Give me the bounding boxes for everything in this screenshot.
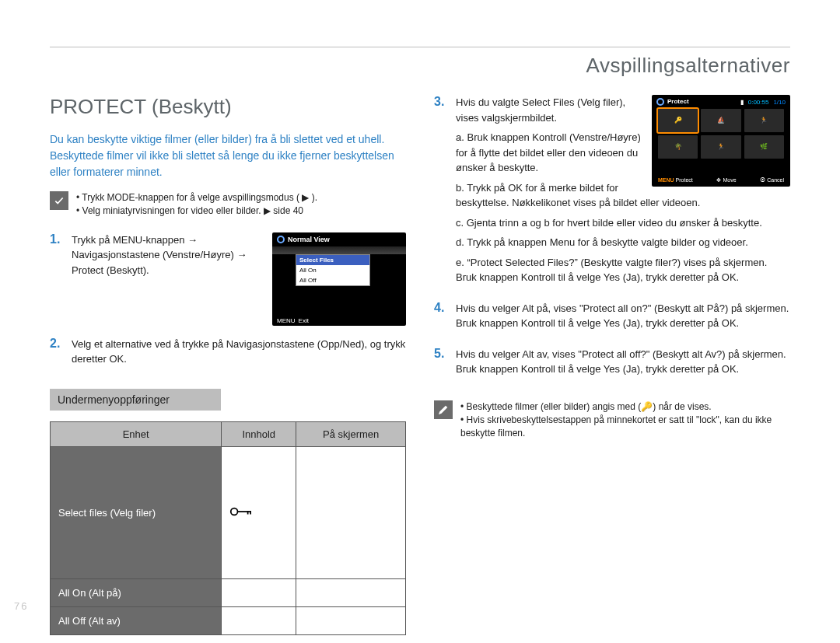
list-item: All Off: [296, 275, 369, 285]
step-4: 4. Hvis du velger Alt på, vises "Protect…: [434, 301, 790, 336]
table-row: All Off (Alt av): [51, 606, 406, 634]
exit-label: Exit: [299, 317, 309, 324]
time-label: 0:00:55: [748, 98, 769, 107]
thumbnail: 🏃: [744, 109, 784, 132]
callout-line: Velg miniatyrvisningen for video eller b…: [76, 204, 317, 218]
page-title: PROTECT (Beskytt): [50, 95, 406, 119]
key-icon: [229, 506, 257, 517]
play-icon: [656, 98, 664, 106]
note-bullets: Beskyttede filmer (eller bilder) angis m…: [460, 400, 790, 441]
step-text: Hvis du velger Alt på, vises "Protect al…: [456, 301, 790, 331]
step-5: 5. Hvis du velger Alt av, vises "Protect…: [434, 347, 790, 382]
th-enhet: Enhet: [51, 421, 222, 446]
note-line: Beskyttede filmer (eller bilder) angis m…: [460, 400, 790, 414]
table-row: Select files (Velg filer): [51, 446, 406, 578]
step-1: 1. Trykk på MENU-knappen → Navigasjonsta…: [50, 232, 406, 326]
step3-d: d. Trykk på knappen Menu for å beskytte …: [456, 235, 790, 250]
thumbnail: 🌴: [658, 135, 698, 159]
svg-point-0: [231, 508, 238, 515]
play-icon: [277, 236, 285, 243]
options-table: Enhet Innhold På skjermen Select files (…: [50, 421, 406, 635]
page-number: 76: [14, 600, 28, 612]
step-number: 5.: [434, 347, 448, 382]
cell-enhet: Select files (Velg filer): [51, 446, 222, 578]
cell-screen: [296, 446, 406, 578]
svg-rect-2: [247, 511, 249, 514]
screenshot-a: Normal View Select Files All On All Off …: [272, 232, 406, 326]
step3-c: c. Gjenta trinn a og b for hvert bilde e…: [456, 215, 790, 231]
step-3: 3. Protect ▮ 0:00:55 1/10: [434, 95, 790, 290]
step-text: Trykk på MENU-knappen → Navigasjonstaste…: [72, 232, 264, 278]
list-item: All On: [296, 265, 369, 275]
step-text: Velg et alternative ved å trykke på Navi…: [72, 337, 406, 367]
step-number: 4.: [434, 301, 448, 336]
intro-text: Du kan beskytte viktige filmer (eller bi…: [50, 131, 406, 180]
screenshot-b: Protect ▮ 0:00:55 1/10 🔑 ⛵ 🏃 🌴: [652, 95, 790, 187]
step-text: Hvis du velger Alt av, vises "Protect al…: [456, 347, 790, 377]
step-number: 2.: [50, 337, 64, 372]
step-2: 2. Velg et alternative ved å trykke på N…: [50, 337, 406, 372]
screen-a-title: Normal View: [288, 236, 330, 243]
thumbnail: 🔑: [658, 109, 698, 132]
divider: [50, 47, 790, 47]
thumbnail: ⛵: [701, 109, 740, 132]
thumbnail: 🌿: [744, 135, 784, 159]
thumbnail: 🏃: [701, 135, 740, 159]
step-number: 1.: [50, 232, 64, 326]
count-label: 1/10: [773, 98, 786, 107]
callout-box: Trykk MODE-knappen for å velge avspillin…: [50, 191, 406, 218]
step3-e: e. “Protect Selected Files?” (Beskytte v…: [456, 255, 790, 285]
callout-line: Trykk MODE-knappen for å velge avspillin…: [76, 191, 317, 204]
th-skjerm: På skjermen: [296, 421, 406, 446]
check-icon: [50, 191, 68, 210]
cell-enhet: All On (Alt på): [51, 578, 222, 606]
foot-menu: MENU: [658, 177, 674, 183]
callout-bullets: Trykk MODE-knappen for å velge avspillin…: [76, 191, 317, 218]
th-innhold: Innhold: [222, 421, 296, 446]
cell-enhet: All Off (Alt av): [51, 606, 222, 634]
screen-b-title: Protect: [667, 97, 689, 107]
chapter-title: Avspillingsalternativer: [50, 54, 790, 78]
svg-rect-1: [238, 511, 252, 512]
cell-innhold: [222, 446, 296, 578]
menu-label: MENU: [277, 317, 296, 324]
submenu-heading: Undermenyoppføringer: [50, 389, 221, 411]
svg-rect-3: [250, 511, 252, 514]
pencil-icon: [434, 400, 453, 419]
table-row: All On (Alt på): [51, 578, 406, 606]
note-box: Beskyttede filmer (eller bilder) angis m…: [434, 400, 790, 441]
battery-icon: ▮: [740, 98, 744, 107]
note-line: Hvis skrivebeskyttelsestappen på minneko…: [460, 414, 790, 441]
list-item: Select Files: [296, 255, 369, 265]
step-number: 3.: [434, 95, 448, 290]
